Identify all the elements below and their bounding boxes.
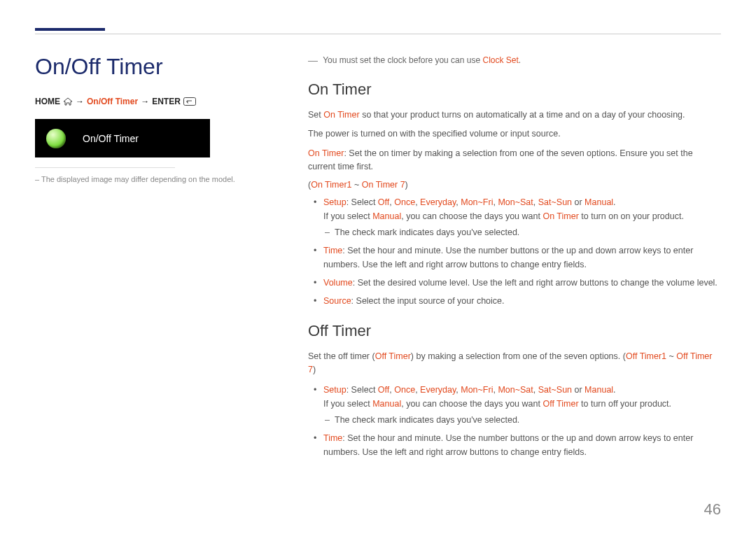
text: ) [313, 365, 316, 374]
text: to turn off your product. [579, 399, 671, 409]
text-hl: Off Timer1 [626, 351, 666, 361]
text-hl: On Timer [308, 148, 344, 158]
list-item: Time: Set the hour and minute. Use the n… [323, 244, 721, 272]
timer-icon [46, 129, 66, 148]
sub-list: The check mark indicates days you've sel… [323, 226, 721, 239]
svg-rect-0 [183, 98, 195, 106]
left-column: On/Off Timer HOME → On/Off Timer → ENTER… [35, 54, 259, 473]
text: : Select the input source of your choice… [351, 296, 505, 306]
text: ~ [352, 180, 362, 190]
text-hl: Off Timer [542, 399, 578, 409]
list-item: Time: Set the hour and minute. Use the n… [323, 431, 721, 459]
text: . [613, 197, 615, 207]
info-post: . [519, 55, 521, 65]
list-item: Volume: Set the desired volume level. Us… [323, 276, 721, 290]
text: so that your product turns on automatica… [360, 110, 685, 120]
sub-list: The check mark indicates days you've sel… [323, 414, 721, 427]
text-hl: Off Timer [375, 351, 411, 361]
content-columns: On/Off Timer HOME → On/Off Timer → ENTER… [35, 54, 721, 473]
setup-options: Off, Once, Everyday, Mon~Fri, Mon~Sat, S… [378, 197, 613, 207]
text: Set the off timer ( [308, 351, 375, 361]
breadcrumb: HOME → On/Off Timer → ENTER [35, 97, 259, 106]
breadcrumb-home: HOME [35, 97, 60, 106]
text: , you can choose the days you want [401, 211, 542, 221]
source-label: Source [323, 296, 351, 306]
list-item: The check mark indicates days you've sel… [335, 226, 721, 239]
text: ~ [666, 351, 676, 361]
on-timer-p3: On Timer: Set the on timer by making a s… [308, 147, 721, 174]
info-note: ― You must set the clock before you can … [308, 54, 721, 65]
accent-bar [35, 28, 105, 31]
arrow-icon: → [76, 97, 84, 106]
text: : Set the on timer by making a selection… [308, 148, 693, 171]
text: : Select [346, 385, 378, 395]
text: ) by making a selection from one of the … [411, 351, 626, 361]
on-timer-range: (On Timer1 ~ On Timer 7) [308, 180, 721, 190]
home-icon [63, 97, 73, 106]
tile-label: On/Off Timer [83, 133, 139, 144]
list-item: The check mark indicates days you've sel… [335, 414, 721, 427]
on-timer-list: Setup: Select Off, Once, Everyday, Mon~F… [308, 195, 721, 308]
dash-icon: ― [308, 55, 318, 66]
page-number: 46 [704, 500, 721, 519]
list-item: Source: Select the input source of your … [323, 294, 721, 308]
text: to turn on on your product. [579, 211, 684, 221]
arrow-icon: → [141, 97, 149, 106]
text-hl: On Timer1 [311, 180, 351, 190]
disclaimer-text: – The displayed image may differ dependi… [35, 175, 259, 183]
info-hl: Clock Set [482, 55, 518, 65]
list-item: Setup: Select Off, Once, Everyday, Mon~F… [323, 383, 721, 427]
text: : Set the hour and minute. Use the numbe… [323, 433, 693, 457]
text-hl: Manual [372, 211, 401, 221]
page: On/Off Timer HOME → On/Off Timer → ENTER… [0, 0, 756, 534]
text-hl: On Timer [542, 211, 578, 221]
text: If you select [323, 399, 372, 409]
text: : Set the desired volume level. Use the … [353, 278, 718, 288]
text: Set [308, 110, 323, 120]
volume-label: Volume [323, 278, 353, 288]
feature-tile: On/Off Timer [35, 119, 210, 157]
setup-label: Setup [323, 385, 346, 395]
setup-label: Setup [323, 197, 346, 207]
text: If you select [323, 211, 372, 221]
breadcrumb-enter: ENTER [152, 97, 181, 106]
time-label: Time [323, 246, 342, 255]
text: , you can choose the days you want [401, 399, 542, 409]
right-column: ― You must set the clock before you can … [308, 54, 721, 473]
time-label: Time [323, 433, 342, 443]
on-timer-p2: The power is turned on with the specifie… [308, 127, 721, 141]
text: : Select [346, 197, 378, 207]
text: : Set the hour and minute. Use the numbe… [323, 246, 693, 269]
enter-icon [183, 97, 196, 106]
thin-divider [35, 167, 175, 168]
text-hl: Manual [372, 399, 401, 409]
list-item: Setup: Select Off, Once, Everyday, Mon~F… [323, 195, 721, 239]
text: . [613, 385, 615, 395]
setup-options: Off, Once, Everyday, Mon~Fri, Mon~Sat, S… [378, 385, 613, 395]
off-timer-p1: Set the off timer (Off Timer) by making … [308, 350, 721, 377]
info-pre: You must set the clock before you can us… [323, 55, 482, 65]
page-title: On/Off Timer [35, 54, 259, 80]
text-hl: On Timer 7 [362, 180, 405, 190]
top-divider [35, 34, 721, 34]
on-timer-p1: Set On Timer so that your product turns … [308, 108, 721, 122]
text: ) [405, 180, 408, 190]
off-timer-heading: Off Timer [308, 322, 721, 340]
on-timer-heading: On Timer [308, 80, 721, 99]
off-timer-list: Setup: Select Off, Once, Everyday, Mon~F… [308, 383, 721, 459]
text-hl: On Timer [323, 110, 359, 120]
breadcrumb-path: On/Off Timer [87, 97, 138, 106]
